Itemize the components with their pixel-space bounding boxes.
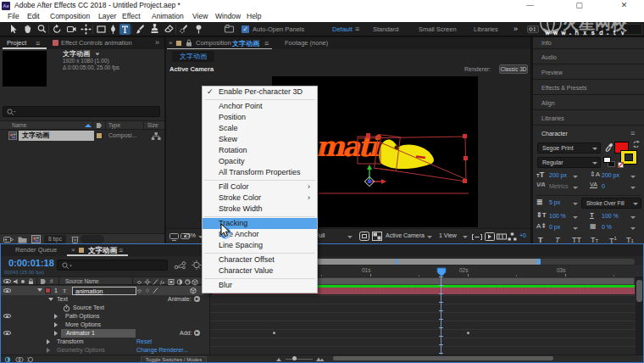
current-timecode[interactable]: 0:00:01:18 (8, 258, 54, 268)
faux-bold-icon[interactable]: T (538, 236, 543, 243)
column-type[interactable]: Type (108, 122, 120, 128)
color-depth-button[interactable]: 8 bpc (44, 235, 66, 243)
menu-animation[interactable]: Animation (152, 11, 184, 22)
hand-tool[interactable] (22, 24, 33, 35)
tracking-value[interactable]: 0 (602, 183, 605, 189)
prop-path-options[interactable]: Path Options (65, 313, 99, 319)
menu-item-fill-color[interactable]: Fill Color› (203, 182, 317, 193)
search-help-icon[interactable] (527, 24, 538, 35)
source-name-column[interactable]: Source Name (65, 278, 99, 284)
layer-switches-header-icons[interactable]: fx (135, 278, 203, 286)
new-folder-icon[interactable] (18, 236, 27, 243)
menu-view[interactable]: View (192, 11, 208, 22)
timeline-v-scrollbar-track[interactable] (636, 276, 643, 355)
exposure-value[interactable]: +0 (519, 232, 526, 238)
rotation-tool[interactable] (52, 24, 63, 35)
toggle-switches-button[interactable]: Toggle Switches / Modes (141, 356, 207, 363)
label-column-icon[interactable] (96, 122, 103, 129)
faux-italic-icon[interactable]: T (555, 236, 560, 243)
maximize-button[interactable]: ▢ (575, 0, 584, 10)
project-item-row[interactable]: 文字动画 Composi... (0, 131, 164, 142)
draft-3d-icon[interactable] (191, 260, 203, 271)
timeline-tab-close-icon[interactable]: × (71, 246, 75, 254)
timeline-search-input[interactable] (57, 260, 168, 271)
panel-character-header[interactable]: Character ≡ (533, 126, 644, 141)
change-renderer-link[interactable]: Change Renderer... (136, 347, 188, 353)
clone-stamp-tool[interactable] (149, 24, 160, 35)
comp-tab-name[interactable]: 文字动画 (232, 39, 259, 48)
stopwatch-icon[interactable] (63, 304, 70, 312)
item-label-chip[interactable] (96, 132, 103, 139)
superscript-icon[interactable]: T1 (609, 236, 617, 243)
leading-value[interactable]: 200 px (602, 172, 619, 178)
comp-tab-label[interactable]: Composition (196, 39, 231, 47)
comp-name-dropdown-arrow[interactable] (96, 53, 100, 55)
timeline-zoom-track[interactable] (286, 359, 313, 360)
menu-item-all-transform-properties[interactable]: All Transform Properties (203, 167, 317, 178)
horizontal-scale-caret[interactable] (630, 216, 636, 219)
zoom-tool[interactable] (36, 24, 47, 35)
panel-effects-presets[interactable]: Effects & Presets (533, 80, 644, 95)
project-item-name[interactable]: 文字动画 (19, 131, 94, 141)
vertical-scale-value[interactable]: 100 % (549, 213, 566, 219)
video-column-icon[interactable] (3, 279, 11, 283)
timeline-h-scrollbar[interactable] (333, 356, 553, 360)
kerning-value[interactable]: Metrics (549, 183, 569, 189)
zoom-in-mountain-icon[interactable] (315, 356, 325, 362)
path-options-expander[interactable] (54, 314, 58, 319)
timeline-nav-icon[interactable] (497, 232, 507, 241)
font-style-select[interactable]: Regular (537, 157, 601, 168)
menu-item-stroke-width[interactable]: Stroke Width (203, 204, 317, 215)
tracking-caret[interactable] (630, 187, 636, 189)
workspace-default[interactable]: Default (332, 22, 353, 36)
search-help-input[interactable] (546, 24, 642, 35)
keyframe-dot-end[interactable] (467, 332, 469, 334)
character-menu-icon[interactable]: ≡ (630, 129, 635, 137)
brush-tool[interactable] (135, 24, 146, 35)
add-menu-button[interactable]: ▸ (194, 330, 200, 336)
keyframe-dot-start[interactable] (273, 332, 275, 334)
more-options-expander[interactable] (54, 322, 58, 327)
composition-flowchart-icon[interactable] (174, 260, 187, 271)
kerning-caret[interactable] (573, 187, 578, 189)
trash-icon[interactable] (71, 235, 79, 243)
timeline-v-scrollbar-handle[interactable] (636, 280, 642, 302)
close-button[interactable]: ✕ (619, 0, 629, 10)
prop-geometry-options[interactable]: Geometry Options (57, 347, 105, 353)
tab-footage[interactable]: Footage (none) (285, 39, 328, 47)
workspace-box-icon[interactable] (224, 24, 235, 35)
comp-panel-menu-icon[interactable]: ≡ (264, 39, 269, 47)
axis-gizmo[interactable] (364, 165, 386, 187)
frame-blend-footer-icon[interactable] (15, 356, 24, 363)
leading-caret[interactable] (630, 176, 636, 178)
menu-file[interactable]: File (8, 11, 19, 22)
menu-help[interactable]: Help (247, 11, 261, 22)
rectangle-tool[interactable] (96, 24, 107, 35)
subscript-icon[interactable]: T1 (626, 236, 634, 243)
menu-item-character-offset[interactable]: Character Offset (203, 254, 317, 265)
pen-tool[interactable] (108, 24, 119, 35)
puppet-pin-tool[interactable] (193, 24, 204, 35)
roto-brush-tool[interactable] (179, 24, 190, 35)
panel-info[interactable]: Info (533, 37, 644, 49)
stroke-width-caret[interactable] (573, 203, 578, 205)
panel-preview[interactable]: Preview (533, 64, 644, 80)
animator-expander[interactable] (54, 331, 58, 336)
comp-tab-close-icon[interactable]: × (169, 39, 173, 47)
tab-render-queue[interactable]: Render Queue (15, 246, 57, 254)
workspace-menu-icon[interactable]: ≡ (355, 22, 359, 36)
workspace-overflow-chevron[interactable]: » (514, 22, 518, 36)
navigator-end-handle[interactable] (536, 259, 541, 265)
project-tabs-overflow-icon[interactable]: » (155, 38, 159, 47)
horizontal-scale-value[interactable]: 100 % (602, 213, 619, 219)
minimize-button[interactable]: — (525, 0, 535, 10)
font-size-value[interactable]: 200 px (549, 172, 567, 178)
no-color-swatch[interactable] (618, 162, 624, 168)
panel-align[interactable]: Align (533, 95, 644, 110)
small-caps-icon[interactable]: TT (591, 236, 598, 243)
label-header-icon[interactable] (40, 278, 47, 285)
menu-layer[interactable]: Layer (98, 11, 116, 22)
all-caps-icon[interactable]: TT (572, 236, 581, 243)
layer-switches[interactable] (135, 287, 198, 294)
workspace-small-screen[interactable]: Small Screen (419, 22, 457, 36)
